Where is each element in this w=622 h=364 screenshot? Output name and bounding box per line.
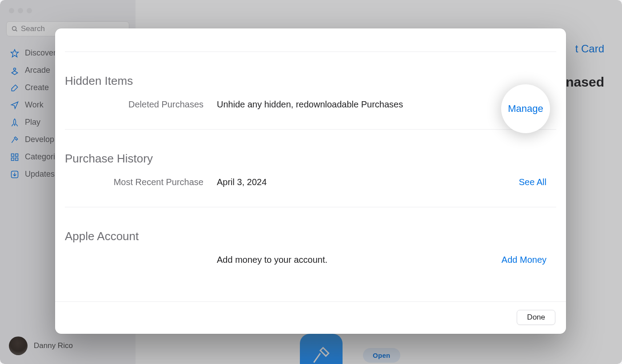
row-label: Deleted Purchases (65, 99, 217, 110)
row-label: Most Recent Purchase (65, 177, 217, 187)
section-title: Hidden Items (65, 74, 556, 88)
row-deleted-purchases: Deleted Purchases Unhide any hidden, red… (65, 99, 556, 110)
account-settings-sheet: Hidden Items Deleted Purchases Unhide an… (55, 28, 566, 334)
section-apple-account: Apple Account Add money to your account.… (65, 207, 556, 285)
row-value: Add money to your account. (217, 255, 502, 265)
add-money-link[interactable]: Add Money (502, 255, 556, 265)
section-hidden-items: Hidden Items Deleted Purchases Unhide an… (65, 52, 556, 130)
section-title: Purchase History (65, 152, 556, 166)
see-all-link[interactable]: See All (519, 177, 556, 187)
section-purchase-history: Purchase History Most Recent Purchase Ap… (65, 130, 556, 207)
done-button[interactable]: Done (517, 310, 555, 325)
sheet-footer: Done (55, 301, 566, 334)
section-title: Apple Account (65, 229, 556, 243)
manage-label: Manage (508, 103, 543, 115)
manage-button[interactable]: Manage (501, 84, 550, 133)
row-most-recent-purchase: Most Recent Purchase April 3, 2024 See A… (65, 177, 556, 187)
row-value: April 3, 2024 (217, 177, 519, 187)
row-add-money: Add money to your account. Add Money (65, 255, 556, 265)
